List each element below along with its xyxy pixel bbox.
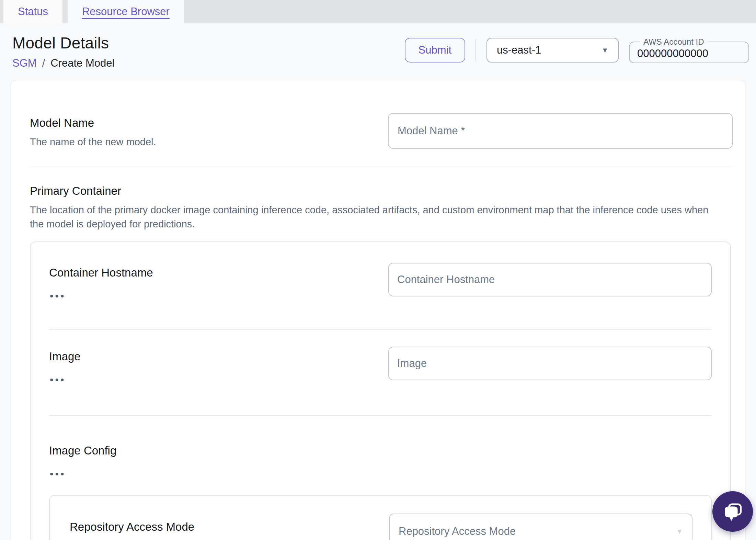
submit-button[interactable]: Submit — [405, 38, 465, 63]
model-details-card: Model Name The name of the new model. Pr… — [11, 80, 745, 540]
aws-account-id-fieldset: AWS Account ID — [629, 37, 749, 63]
model-name-row: Model Name The name of the new model. — [11, 80, 745, 149]
tab-status-label: Status — [18, 5, 48, 18]
title-block: Model Details SGM / Create Model — [12, 34, 114, 69]
repository-access-mode-label: Repository Access Mode — [70, 520, 389, 533]
image-config-labels: Image Config ••• — [49, 441, 116, 481]
image-input[interactable] — [388, 347, 712, 380]
more-options-icon[interactable]: ••• — [49, 289, 67, 303]
page-header: Model Details SGM / Create Model Submit … — [0, 23, 756, 80]
breadcrumb: SGM / Create Model — [12, 57, 114, 69]
tab-bar: Status Resource Browser — [0, 0, 756, 23]
container-hostname-label: Container Hostname — [49, 266, 153, 279]
model-name-labels: Model Name The name of the new model. — [30, 113, 156, 148]
header-divider — [476, 39, 476, 61]
model-name-input[interactable] — [388, 113, 733, 149]
chevron-down-icon: ▼ — [676, 528, 683, 536]
model-name-description: The name of the new model. — [30, 136, 156, 148]
model-name-label: Model Name — [30, 116, 156, 130]
region-select-value: us-east-1 — [497, 44, 541, 56]
breadcrumb-link-sgm[interactable]: SGM — [12, 57, 37, 69]
image-row: Image ••• — [49, 330, 712, 387]
primary-container-section: Primary Container The location of the pr… — [11, 167, 745, 231]
image-config-card: Repository Access Mode Set this to one o… — [49, 495, 712, 540]
primary-container-label: Primary Container — [30, 184, 733, 198]
tab-resource-browser[interactable]: Resource Browser — [68, 0, 184, 23]
container-hostname-input[interactable] — [388, 263, 712, 296]
page-title: Model Details — [12, 34, 114, 52]
container-hostname-labels: Container Hostname ••• — [49, 263, 153, 303]
container-hostname-row: Container Hostname ••• — [49, 242, 712, 303]
header-controls: Submit us-east-1 ▼ AWS Account ID — [405, 37, 749, 63]
repository-access-mode-labels: Repository Access Mode Set this to one o… — [70, 514, 389, 540]
chevron-down-icon: ▼ — [602, 46, 608, 54]
breadcrumb-current: Create Model — [50, 57, 114, 69]
primary-container-card: Container Hostname ••• Image ••• Image C… — [30, 241, 731, 540]
image-config-row: Image Config ••• — [49, 416, 712, 481]
more-options-icon[interactable]: ••• — [49, 467, 67, 481]
image-config-label: Image Config — [49, 444, 116, 457]
repository-access-mode-placeholder: Repository Access Mode — [399, 525, 516, 538]
aws-account-id-input[interactable] — [637, 47, 740, 60]
chat-bubbles-icon — [721, 500, 744, 523]
aws-account-id-label: AWS Account ID — [640, 37, 708, 47]
repository-access-mode-select[interactable]: Repository Access Mode ▼ — [389, 514, 692, 540]
tab-resource-browser-label: Resource Browser — [82, 5, 170, 18]
image-label: Image — [49, 350, 81, 363]
primary-container-description: The location of the primary docker image… — [30, 203, 723, 231]
chat-widget-button[interactable] — [712, 491, 753, 532]
breadcrumb-separator: / — [42, 57, 45, 69]
image-labels: Image ••• — [49, 347, 81, 387]
tab-status[interactable]: Status — [3, 0, 62, 23]
region-select[interactable]: us-east-1 ▼ — [486, 38, 619, 63]
more-options-icon[interactable]: ••• — [49, 373, 67, 387]
